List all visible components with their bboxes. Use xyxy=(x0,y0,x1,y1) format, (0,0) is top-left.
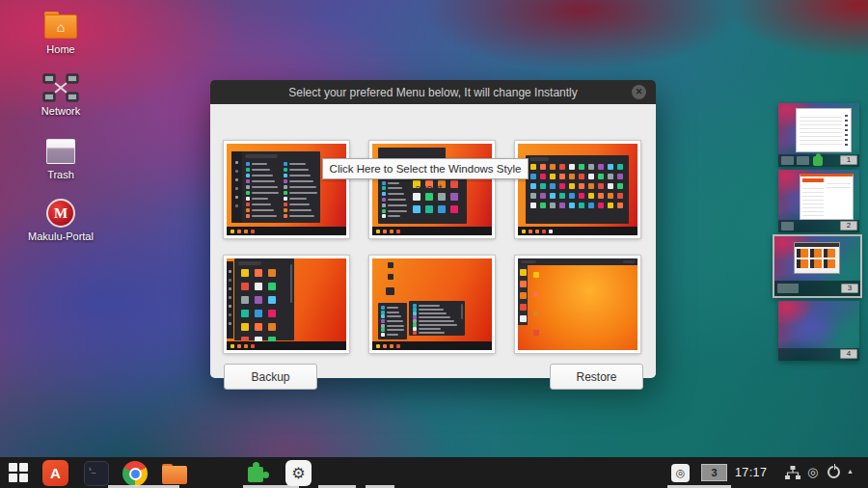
app-dot xyxy=(450,180,458,188)
app-dot xyxy=(579,164,584,170)
menu-style-thumbnail-classic[interactable] xyxy=(515,256,640,353)
restore-button[interactable]: Restore xyxy=(550,364,643,390)
app-dot xyxy=(229,279,231,282)
app-dot xyxy=(522,230,526,233)
app-dot xyxy=(535,230,539,233)
app-dot xyxy=(268,323,276,331)
app-dot xyxy=(529,230,532,233)
app-dot xyxy=(235,187,238,190)
desktop-icon-label: Network xyxy=(16,105,105,117)
menu-row xyxy=(246,167,279,172)
app-dot xyxy=(241,323,249,331)
menu-style-thumbnail-cascading[interactable] xyxy=(369,256,495,353)
power-icon[interactable] xyxy=(827,466,840,478)
app-dot xyxy=(617,164,623,170)
app-dot xyxy=(579,183,584,189)
app-dot xyxy=(598,203,604,208)
desktop-icon-makulu-portal[interactable]: M Makulu-Portal xyxy=(16,199,105,242)
notification-circle-icon[interactable]: ◎ xyxy=(807,465,818,479)
terminal-icon[interactable]: ›_ xyxy=(84,461,109,486)
plugin-puzzle-icon[interactable] xyxy=(244,460,269,485)
taskbar: A ›_ ⚙ ◎ 3 17:17 ◎ ▲ xyxy=(0,457,868,488)
menu-row xyxy=(382,186,407,191)
clock[interactable]: 17:17 xyxy=(735,466,767,479)
tray-settings-icon[interactable]: ◎ xyxy=(671,464,690,482)
settings-gear-icon[interactable]: ⚙ xyxy=(285,460,312,486)
network-tree-icon[interactable] xyxy=(785,466,800,483)
workspace-number: 1 xyxy=(840,155,857,165)
app-dot xyxy=(569,183,575,189)
file-manager-icon[interactable] xyxy=(162,464,187,484)
desktop-icon-home[interactable]: ⌂ Home xyxy=(16,12,105,55)
app-dot xyxy=(588,174,594,179)
workspace-indicator[interactable]: 3 xyxy=(701,464,727,481)
app-dot xyxy=(598,183,604,189)
menu-row xyxy=(284,203,317,207)
app-dot xyxy=(617,193,623,199)
chrome-icon[interactable] xyxy=(122,461,148,486)
menu-row xyxy=(382,203,407,207)
menu-row xyxy=(382,214,407,219)
app-dot xyxy=(244,230,248,233)
app-dot xyxy=(549,230,553,233)
app-dot xyxy=(251,230,255,233)
app-dot xyxy=(588,203,594,208)
workspace-number: 4 xyxy=(840,349,857,359)
app-dot xyxy=(540,203,546,208)
app-dot xyxy=(229,305,231,308)
app-dot xyxy=(533,291,539,297)
app-dot xyxy=(550,193,556,199)
workspace-thumbnail-4[interactable]: 4 xyxy=(778,301,859,361)
desktop-icon-network[interactable]: Network xyxy=(16,73,105,117)
desktop-icon-trash[interactable]: Trash xyxy=(16,137,105,180)
menu-grid-icon[interactable] xyxy=(9,463,29,483)
desktop: ⌂ Home Network Trash M Makulu-Portal xyxy=(0,0,868,488)
close-icon[interactable]: ✕ xyxy=(632,85,646,99)
app-dot xyxy=(520,292,527,299)
workspace-thumbnail-2[interactable]: 2 xyxy=(778,170,859,232)
app-dot xyxy=(530,183,536,189)
app-dot xyxy=(569,203,575,208)
backup-button[interactable]: Backup xyxy=(224,364,317,390)
menu-row xyxy=(284,167,317,172)
menu-row xyxy=(246,161,279,166)
plugin-puzzle-icon xyxy=(813,156,823,166)
app-dot xyxy=(255,350,262,353)
app-dot xyxy=(579,193,584,199)
menu-row xyxy=(284,173,317,177)
workspace-thumbnail-1[interactable]: 1 xyxy=(778,103,859,167)
panel-expand-arrow-icon[interactable]: ▲ xyxy=(847,468,854,474)
app-dot xyxy=(231,230,234,233)
app-dot xyxy=(617,203,623,208)
app-dot xyxy=(520,315,527,322)
dialog-titlebar[interactable]: Select your prefered Menu below, It will… xyxy=(210,80,656,104)
app-dot xyxy=(588,193,594,199)
tooltip: Click Here to Select the Windows Style L… xyxy=(322,158,529,179)
app-dot xyxy=(255,310,262,317)
app-dot xyxy=(550,164,556,170)
app-dot xyxy=(608,183,613,189)
app-dot xyxy=(608,164,613,170)
makulu-a-icon[interactable]: A xyxy=(42,460,68,486)
app-dot xyxy=(608,174,613,179)
app-dot xyxy=(569,174,575,179)
menu-style-thumbnail-windows[interactable] xyxy=(224,141,349,238)
app-dot xyxy=(608,203,613,208)
app-dot xyxy=(550,203,556,208)
menu-style-thumbnail-fullscreen[interactable] xyxy=(515,141,640,238)
app-dot xyxy=(237,230,241,233)
workspace-thumbnail-3-active[interactable]: 3 xyxy=(773,234,862,298)
app-dot xyxy=(520,269,527,276)
desktop-icon-label: Trash xyxy=(16,169,105,180)
app-dot xyxy=(390,230,393,233)
app-dot xyxy=(540,183,546,189)
app-dot xyxy=(235,196,238,199)
network-icon xyxy=(41,73,80,102)
menu-style-thumbnail-side-panel[interactable] xyxy=(224,256,349,353)
menu-row xyxy=(246,184,279,189)
app-dot xyxy=(255,283,262,290)
menu-row xyxy=(246,191,279,196)
app-dot xyxy=(530,174,536,179)
makulu-portal-icon: M xyxy=(46,199,75,228)
trash-icon xyxy=(41,137,80,166)
